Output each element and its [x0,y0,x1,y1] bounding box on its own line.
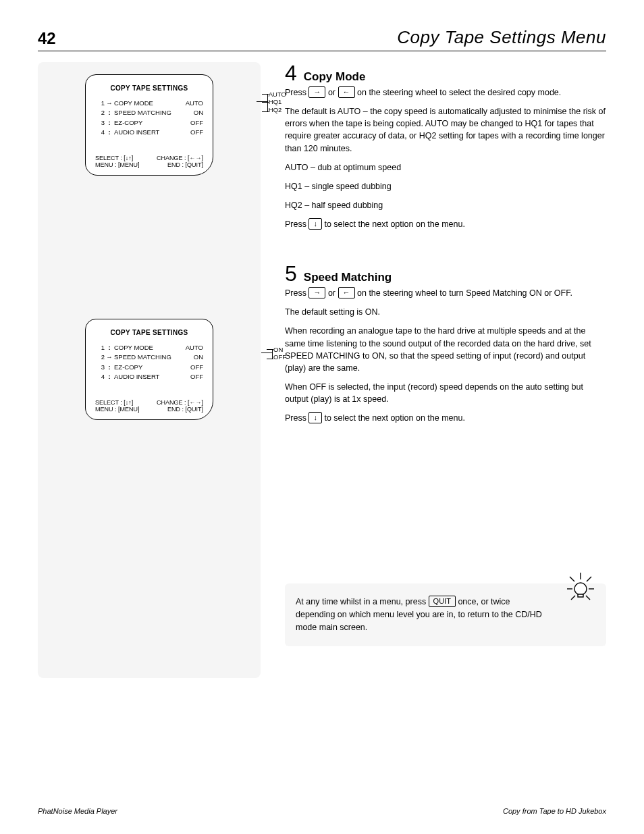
section-copy-mode: 4 Copy Mode Press → or ← on the steering… [285,62,606,230]
down-arrow-button: ↓ [308,218,322,230]
side-options: ON OFF [273,346,286,361]
section-title: Speed Matching [304,271,392,284]
left-arrow-button: ← [338,287,355,298]
step-number: 4 [285,62,297,84]
svg-line-3 [587,577,591,581]
option-line: HQ1 – single speed dubbing [285,180,606,192]
osd-nav: SELECT : [↓↑] MENU : [MENU] CHANGE : [←→… [95,155,203,168]
right-arrow-button: → [308,86,325,98]
section-speed-matching: 5 Speed Matching Press → or ← on the ste… [285,263,606,424]
down-arrow-button: ↓ [308,412,322,423]
option-line: HQ2 – half speed dubbing [285,199,606,211]
menu-row: 4:AUDIO INSERTOFF [95,128,203,137]
instruction-line: Press ↓ to select the next option on the… [285,218,606,230]
footer-left: PhatNoise Media Player [38,807,117,815]
page-title: Copy Tape Settings Menu [397,27,606,48]
footer-right: Copy from Tape to HD Jukebox [503,807,606,815]
paragraph: When recording an analogue tape to the h… [285,325,606,374]
paragraph: When OFF is selected, the input (record)… [285,381,606,405]
menu-row: 3:EZ-COPYOFF [95,363,203,372]
right-arrow-button: → [308,287,325,298]
osd-title: COPY TAPE SETTINGS [95,329,203,336]
menu-row: 2→SPEED MATCHINGON [95,353,203,362]
osd-title: COPY TAPE SETTINGS [95,84,203,92]
tip-callout: At any time whilst in a menu, press QUIT… [285,583,606,646]
page-number: 42 [38,29,56,48]
menu-row: 1:COPY MODEAUTO [95,343,203,353]
section-title: Copy Mode [304,70,366,84]
paragraph: The default is AUTO – the copy speed is … [285,105,606,155]
svg-line-2 [570,577,574,581]
instruction-line: Press ↓ to select the next option on the… [285,412,606,424]
step-number: 5 [285,263,297,284]
menu-row: 3:EZ-COPYOFF [95,118,203,128]
osd-screen-copy-mode: COPY TAPE SETTINGS 1→COPY MODEAUTO 2:SPE… [45,74,254,176]
svg-line-6 [571,596,575,600]
left-arrow-button: ← [338,86,355,98]
paragraph: The default setting is ON. [285,306,606,318]
lightbulb-icon [560,566,601,606]
page-header: 42 Copy Tape Settings Menu [38,27,606,51]
menu-row: 2:SPEED MATCHINGON [95,108,203,118]
svg-point-0 [574,583,587,595]
instruction-line: Press → or ← on the steering wheel to se… [285,86,606,99]
quit-button: QUIT [429,596,456,607]
osd-nav: SELECT : [↓↑] MENU : [MENU] CHANGE : [←→… [95,399,203,413]
osd-screen-speed-matching: COPY TAPE SETTINGS 1:COPY MODEAUTO 2→SPE… [45,319,254,420]
instruction-line: Press → or ← on the steering wheel to tu… [285,287,606,299]
menu-row: 1→COPY MODEAUTO [95,99,203,108]
left-panel: COPY TAPE SETTINGS 1→COPY MODEAUTO 2:SPE… [38,62,261,678]
menu-row: 4:AUDIO INSERTOFF [95,372,203,382]
right-column: 4 Copy Mode Press → or ← on the steering… [285,62,606,678]
side-options: AUTO HQ1 HQ2 [269,90,286,113]
svg-line-7 [586,596,590,600]
page-footer: PhatNoise Media Player Copy from Tape to… [38,807,606,815]
option-line: AUTO – dub at optimum speed [285,161,606,174]
